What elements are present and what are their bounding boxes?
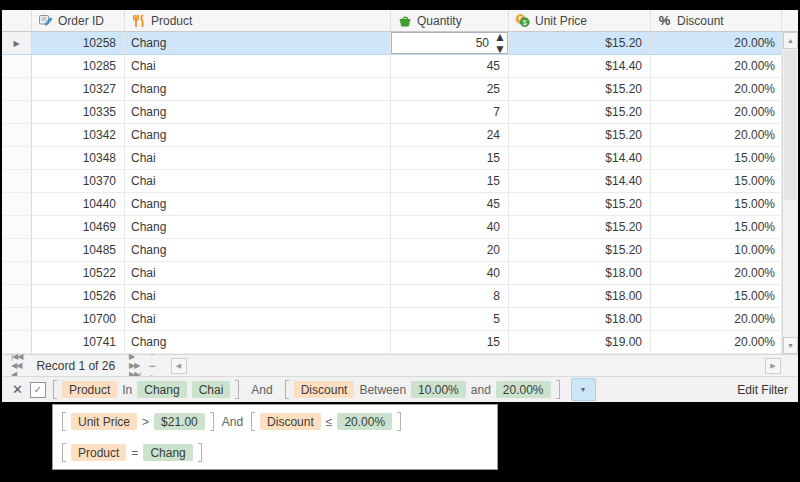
filter-value-20pct[interactable]: 20.00% bbox=[496, 381, 551, 398]
prev-page-button[interactable]: ◀◀ bbox=[11, 361, 22, 370]
cell-product[interactable]: Chai bbox=[125, 262, 391, 285]
filter-joiner-and[interactable]: And bbox=[251, 383, 272, 397]
cell-unit-price[interactable]: $14.40 bbox=[509, 147, 651, 170]
cell-product[interactable]: Chang bbox=[125, 32, 391, 55]
cell-order-id[interactable]: 10700 bbox=[32, 308, 125, 331]
column-header-discount[interactable]: % Discount bbox=[651, 10, 782, 32]
table-row[interactable]: 10700Chai5$18.0020.00% bbox=[2, 308, 798, 331]
table-row[interactable]: 10370Chai15$14.4015.00% bbox=[2, 170, 798, 193]
cell-product[interactable]: Chang bbox=[125, 101, 391, 124]
cell-unit-price[interactable]: $15.20 bbox=[509, 193, 651, 216]
filter-operator-between[interactable]: Between bbox=[359, 383, 406, 397]
scroll-left-button[interactable]: ◀ bbox=[171, 358, 187, 374]
table-row[interactable]: 10342Chang24$15.2020.00% bbox=[2, 124, 798, 147]
spin-down-icon[interactable]: ▼ bbox=[494, 43, 506, 55]
cell-discount[interactable]: 20.00% bbox=[651, 55, 782, 78]
table-row[interactable]: 10526Chai8$18.0015.00% bbox=[2, 285, 798, 308]
cell-product[interactable]: Chai bbox=[125, 285, 391, 308]
cell-order-id[interactable]: 10327 bbox=[32, 78, 125, 101]
table-row[interactable]: 10440Chang45$15.2015.00% bbox=[2, 193, 798, 216]
cell-discount[interactable]: 20.00% bbox=[651, 101, 782, 124]
cell-discount[interactable]: 15.00% bbox=[651, 147, 782, 170]
cell-quantity[interactable]: 50▲▼ bbox=[391, 32, 509, 55]
table-row[interactable]: 10469Chang40$15.2015.00% bbox=[2, 216, 798, 239]
mru-filter-item-2[interactable]: Product = Chang bbox=[62, 442, 488, 463]
cell-quantity[interactable]: 8 bbox=[391, 285, 509, 308]
table-row[interactable]: 10285Chai45$14.4020.00% bbox=[2, 55, 798, 78]
cell-quantity[interactable]: 24 bbox=[391, 124, 509, 147]
cell-product[interactable]: Chang bbox=[125, 193, 391, 216]
cell-discount[interactable]: 20.00% bbox=[651, 78, 782, 101]
cell-product[interactable]: Chang bbox=[125, 239, 391, 262]
column-header-quantity[interactable]: Quantity bbox=[391, 10, 509, 32]
cell-order-id[interactable]: 10522 bbox=[32, 262, 125, 285]
cell-discount[interactable]: 10.00% bbox=[651, 239, 782, 262]
cell-product[interactable]: Chang bbox=[125, 124, 391, 147]
cell-discount[interactable]: 15.00% bbox=[651, 193, 782, 216]
cell-quantity[interactable]: 15 bbox=[391, 147, 509, 170]
close-filter-icon[interactable]: ✕ bbox=[12, 382, 23, 397]
cell-quantity[interactable]: 45 bbox=[391, 55, 509, 78]
scroll-up-button[interactable]: ▲ bbox=[783, 32, 798, 49]
cell-order-id[interactable]: 10485 bbox=[32, 239, 125, 262]
column-header-product[interactable]: Product bbox=[125, 10, 391, 32]
cell-unit-price[interactable]: $14.40 bbox=[509, 55, 651, 78]
filter-field-discount[interactable]: Discount bbox=[294, 381, 355, 398]
cell-discount[interactable]: 20.00% bbox=[651, 124, 782, 147]
cell-discount[interactable]: 15.00% bbox=[651, 216, 782, 239]
cell-unit-price[interactable]: $15.20 bbox=[509, 124, 651, 147]
quantity-editor-value[interactable]: 50 bbox=[392, 36, 493, 50]
cell-quantity[interactable]: 15 bbox=[391, 170, 509, 193]
next-page-button[interactable]: ▶▶ bbox=[129, 361, 140, 370]
delete-record-button[interactable]: − bbox=[149, 359, 159, 373]
cell-quantity[interactable]: 40 bbox=[391, 216, 509, 239]
table-row[interactable]: 10348Chai15$14.4015.00% bbox=[2, 147, 798, 170]
table-row[interactable]: 10741Chang15$19.0020.00% bbox=[2, 331, 798, 354]
table-row[interactable]: ▶10258Chang50▲▼$15.2020.00% bbox=[2, 32, 798, 55]
table-row[interactable]: 10522Chai40$18.0020.00% bbox=[2, 262, 798, 285]
cell-product[interactable]: Chai bbox=[125, 55, 391, 78]
cell-discount[interactable]: 20.00% bbox=[651, 32, 782, 55]
cell-quantity[interactable]: 7 bbox=[391, 101, 509, 124]
column-header-unit-price[interactable]: € $ Unit Price bbox=[509, 10, 651, 32]
scroll-right-button[interactable]: ▶ bbox=[765, 358, 781, 374]
cell-unit-price[interactable]: $18.00 bbox=[509, 262, 651, 285]
cell-order-id[interactable]: 10370 bbox=[32, 170, 125, 193]
cell-order-id[interactable]: 10258 bbox=[32, 32, 125, 55]
filter-enabled-checkbox[interactable]: ✓ bbox=[30, 382, 46, 398]
cell-order-id[interactable]: 10440 bbox=[32, 193, 125, 216]
cell-discount[interactable]: 20.00% bbox=[651, 308, 782, 331]
cell-discount[interactable]: 20.00% bbox=[651, 331, 782, 354]
vertical-scrollbar-thumb[interactable] bbox=[784, 50, 797, 200]
cell-unit-price[interactable]: $15.20 bbox=[509, 78, 651, 101]
table-row[interactable]: 10327Chang25$15.2020.00% bbox=[2, 78, 798, 101]
cell-unit-price[interactable]: $14.40 bbox=[509, 170, 651, 193]
cell-quantity[interactable]: 15 bbox=[391, 331, 509, 354]
cell-order-id[interactable]: 10348 bbox=[32, 147, 125, 170]
column-header-order-id[interactable]: Order ID bbox=[32, 10, 125, 32]
mru-filter-item-1[interactable]: Unit Price > $21.00 And Discount ≤ 20.00… bbox=[62, 411, 488, 432]
cell-product[interactable]: Chang bbox=[125, 216, 391, 239]
cell-unit-price[interactable]: $15.20 bbox=[509, 32, 651, 55]
cell-unit-price[interactable]: $15.20 bbox=[509, 239, 651, 262]
cell-unit-price[interactable]: $19.00 bbox=[509, 331, 651, 354]
cell-unit-price[interactable]: $18.00 bbox=[509, 308, 651, 331]
cell-product[interactable]: Chang bbox=[125, 331, 391, 354]
filter-value-chang[interactable]: Chang bbox=[137, 381, 186, 398]
cell-product[interactable]: Chai bbox=[125, 170, 391, 193]
cell-product[interactable]: Chai bbox=[125, 308, 391, 331]
cell-quantity[interactable]: 25 bbox=[391, 78, 509, 101]
cell-order-id[interactable]: 10335 bbox=[32, 101, 125, 124]
cell-product[interactable]: Chang bbox=[125, 78, 391, 101]
filter-field-product[interactable]: Product bbox=[62, 381, 117, 398]
cell-product[interactable]: Chai bbox=[125, 147, 391, 170]
cell-discount[interactable]: 15.00% bbox=[651, 170, 782, 193]
cell-quantity[interactable]: 45 bbox=[391, 193, 509, 216]
cell-unit-price[interactable]: $18.00 bbox=[509, 285, 651, 308]
cell-discount[interactable]: 15.00% bbox=[651, 285, 782, 308]
cell-order-id[interactable]: 10469 bbox=[32, 216, 125, 239]
table-row[interactable]: 10335Chang7$15.2020.00% bbox=[2, 101, 798, 124]
cell-order-id[interactable]: 10342 bbox=[32, 124, 125, 147]
filter-value-chai[interactable]: Chai bbox=[192, 381, 231, 398]
scroll-down-button[interactable]: ▼ bbox=[783, 337, 798, 354]
